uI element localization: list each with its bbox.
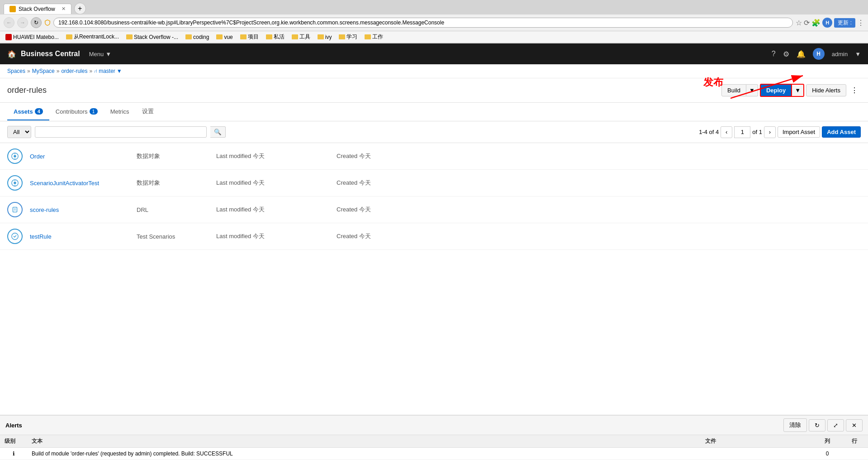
- back-button[interactable]: ←: [4, 17, 14, 28]
- tab-metrics-label: Metrics: [110, 108, 129, 115]
- breadcrumb-sep1: »: [27, 68, 30, 74]
- tab-assets-badge: 4: [35, 108, 43, 115]
- col-header-level: 级别: [0, 435, 27, 448]
- profile-icon[interactable]: H: [822, 18, 832, 28]
- tab-close-icon[interactable]: ✕: [62, 6, 66, 12]
- asset-name-order[interactable]: Order: [30, 153, 129, 160]
- expand-alerts-button[interactable]: ⤢: [827, 419, 844, 431]
- bookmark-reentrant-label: 从ReentrantLock...: [74, 33, 119, 41]
- bookmark-project[interactable]: 项目: [238, 33, 261, 41]
- alerts-actions: 清除 ↻ ⤢ ✕: [783, 418, 863, 432]
- asset-type-score: DRL: [137, 206, 209, 213]
- breadcrumb-project[interactable]: order-rules: [61, 68, 87, 74]
- notification-icon[interactable]: 🔔: [797, 50, 806, 58]
- pagination-text: 1-4 of 4: [699, 129, 719, 135]
- page-input[interactable]: [734, 126, 750, 138]
- asset-created-scenario: Created 今天: [337, 179, 861, 187]
- folder-icon: [216, 34, 223, 39]
- folder-icon: [365, 34, 371, 39]
- asset-icon-scenario: [7, 175, 23, 191]
- add-asset-button[interactable]: Add Asset: [822, 126, 861, 138]
- filter-bar: All 🔍 1-4 of 4 ‹ of 1 › Import Asset Add…: [0, 121, 868, 143]
- deploy-button[interactable]: Deploy: [760, 84, 792, 97]
- close-alerts-button[interactable]: ✕: [846, 419, 863, 431]
- asset-created-order: Created 今天: [337, 152, 861, 160]
- bookmark-stackoverflow[interactable]: Stack Overflow -...: [124, 34, 180, 41]
- svg-point-7: [14, 182, 16, 184]
- bookmark-vue-label: vue: [224, 34, 232, 40]
- reload-button[interactable]: ↻: [31, 17, 42, 28]
- tab-label: Stack Overflow: [19, 6, 55, 12]
- asset-type-testrule: Test Scenarios: [137, 233, 209, 240]
- alert-row: ℹ Build of module 'order-rules' (request…: [0, 448, 868, 460]
- bookmark-private[interactable]: 私活: [264, 33, 286, 41]
- table-row: ScenarioJunitActivatorTest 数据对象 Last mod…: [0, 170, 868, 196]
- help-icon[interactable]: ?: [772, 50, 776, 58]
- alert-col: 0: [814, 448, 841, 460]
- refresh-alerts-button[interactable]: ↻: [809, 419, 825, 431]
- search-button[interactable]: 🔍: [210, 126, 226, 138]
- asset-name-testrule[interactable]: testRule: [30, 233, 129, 240]
- bookmark-huawei[interactable]: HUAWEI Matebo...: [4, 34, 61, 41]
- bookmark-stackoverflow-label: Stack Overflow -...: [134, 34, 178, 40]
- more-icon[interactable]: ⋮: [857, 19, 864, 27]
- tab-assets[interactable]: Assets 4: [7, 104, 49, 120]
- alerts-table: 级别 文本 文件 列 行 ℹ Build of module 'order-ru…: [0, 435, 868, 460]
- tab-settings[interactable]: 设置: [136, 103, 160, 121]
- breadcrumb-sep2: »: [57, 68, 60, 74]
- tab-metrics[interactable]: Metrics: [104, 104, 136, 120]
- build-button[interactable]: Build: [721, 84, 746, 96]
- bookmark-coding-label: coding: [193, 34, 209, 40]
- bookmark-vue[interactable]: vue: [214, 34, 234, 41]
- app-title: Business Central: [21, 50, 80, 58]
- asset-icon-order: [7, 149, 23, 164]
- asset-name-scenario[interactable]: ScenarioJunitActivatorTest: [30, 180, 129, 187]
- bookmark-study[interactable]: 学习: [337, 33, 359, 41]
- build-caret-button[interactable]: ▼: [746, 84, 758, 96]
- hide-alerts-button[interactable]: Hide Alerts: [806, 84, 846, 96]
- branch-caret-icon: ▼: [117, 68, 122, 74]
- breadcrumb-spaces[interactable]: Spaces: [7, 68, 25, 74]
- update-button[interactable]: 更新 :: [834, 18, 855, 28]
- filter-select[interactable]: All: [7, 126, 31, 138]
- home-icon[interactable]: 🏠: [7, 50, 16, 58]
- forward-button[interactable]: →: [17, 17, 28, 28]
- settings-icon[interactable]: ⚙: [783, 50, 789, 58]
- menu-button[interactable]: Menu ▼: [89, 51, 111, 58]
- browser-chrome: Stack Overflow ✕ + ← → ↻ ☆ ⟳ 🧩 H 更新 : ⋮ …: [0, 0, 868, 43]
- asset-name-score[interactable]: score-rules: [30, 206, 129, 213]
- extension-icon[interactable]: 🧩: [811, 19, 821, 27]
- sync-icon[interactable]: ⟳: [804, 19, 810, 27]
- branch-icon: ⑁: [94, 68, 97, 74]
- menu-caret-icon: ▼: [105, 51, 111, 58]
- asset-created-testrule: Created 今天: [337, 232, 861, 240]
- address-bar[interactable]: [53, 18, 793, 28]
- bookmark-ivy[interactable]: ivy: [316, 34, 334, 41]
- prev-page-button[interactable]: ‹: [721, 126, 732, 138]
- tabs: Assets 4 Contributors 1 Metrics 设置: [0, 103, 868, 121]
- bookmark-coding[interactable]: coding: [184, 34, 211, 41]
- bookmark-tools[interactable]: 工具: [290, 33, 312, 41]
- active-tab[interactable]: Stack Overflow ✕: [4, 4, 71, 14]
- avatar[interactable]: H: [813, 48, 825, 60]
- asset-modified-testrule: Last modified 今天: [216, 232, 329, 240]
- bookmark-reentrant[interactable]: 从ReentrantLock...: [64, 33, 121, 41]
- search-input[interactable]: [35, 126, 207, 138]
- bookmark-bar: HUAWEI Matebo... 从ReentrantLock... Stack…: [0, 31, 868, 43]
- pagination: 1-4 of 4 ‹ of 1 › Import Asset Add Asset: [699, 126, 861, 138]
- clear-alerts-button[interactable]: 清除: [783, 418, 807, 432]
- menu-label: Menu: [89, 51, 104, 58]
- deploy-caret-button[interactable]: ▼: [792, 84, 804, 97]
- alert-level: ℹ: [0, 448, 27, 460]
- breadcrumb-myspace[interactable]: MySpace: [32, 68, 55, 74]
- new-tab-button[interactable]: +: [74, 3, 86, 14]
- branch-selector[interactable]: ⑁ master ▼: [94, 68, 122, 74]
- search-icon: 🔍: [214, 129, 222, 135]
- import-asset-button[interactable]: Import Asset: [778, 126, 820, 138]
- next-page-button[interactable]: ›: [764, 126, 776, 138]
- tab-contributors[interactable]: Contributors 1: [49, 104, 104, 120]
- bookmark-star-icon[interactable]: ☆: [796, 19, 802, 27]
- folder-icon: [339, 34, 345, 39]
- more-options-button[interactable]: ⋮: [848, 85, 861, 96]
- bookmark-work[interactable]: 工作: [363, 33, 385, 41]
